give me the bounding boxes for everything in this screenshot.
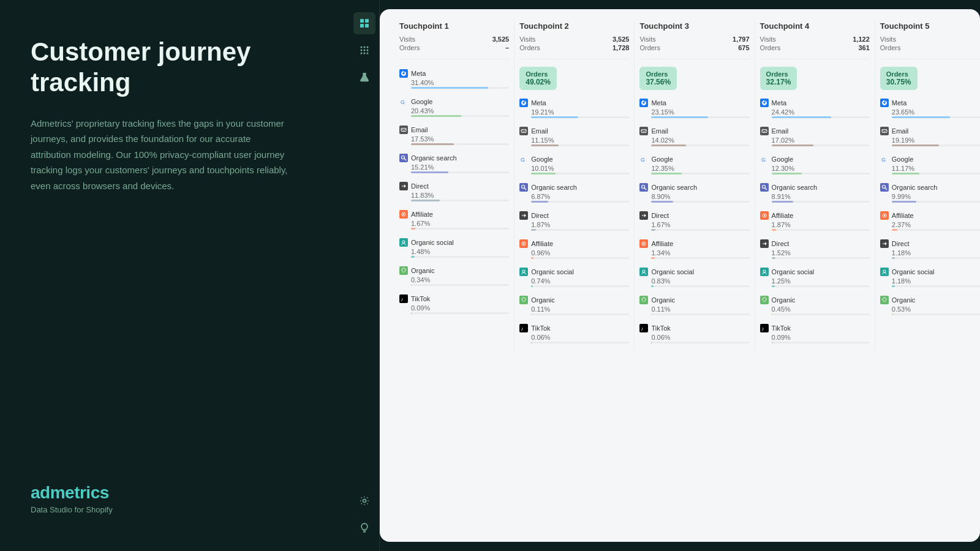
- channel-name: Organic: [411, 267, 435, 274]
- tp-visits-label: Visits: [519, 36, 535, 43]
- channel-item: Organic search 9.99%: [880, 181, 980, 205]
- channel-bar: [772, 144, 813, 146]
- channel-bar: [772, 313, 773, 315]
- channel-pct: 1.67%: [399, 220, 509, 227]
- channel-icon-direct: [519, 211, 528, 220]
- channel-pct: 0.45%: [760, 305, 870, 313]
- channel-pct: 0.96%: [519, 249, 629, 257]
- channel-bar-wrap: [411, 143, 509, 145]
- channel-icon-tiktok: ♪: [519, 324, 528, 332]
- channel-bar-wrap: [772, 144, 870, 146]
- channel-bar: [411, 200, 440, 201]
- channel-icon-affiliate: [519, 239, 528, 248]
- channels-list-1: Meta 31.40% G Google 20.43%: [399, 67, 509, 317]
- tp-visits-value: 3,525: [492, 36, 510, 43]
- channel-item: G Google 20.43%: [399, 95, 509, 119]
- channel-pct: 1.18%: [880, 249, 980, 257]
- channel-icon-meta: [639, 99, 648, 107]
- channel-bar: [651, 173, 681, 174]
- channel-bar: [892, 144, 939, 146]
- svg-point-11: [363, 53, 365, 54]
- channel-item: Email 19.19%: [880, 124, 980, 149]
- channel-bar: [772, 229, 776, 231]
- dashboard-inner[interactable]: Touchpoint 1 Visits 3,525 Orders – Meta …: [380, 9, 980, 542]
- orders-badge-pct: 30.75%: [886, 78, 911, 86]
- tp-visits-value: 1,122: [853, 36, 870, 43]
- channel-item: Meta 23.15%: [639, 96, 749, 121]
- channel-pct: 12.35%: [639, 165, 749, 172]
- channel-icon-organic: [880, 296, 889, 304]
- tp-orders-label: Orders: [519, 44, 540, 51]
- touchpoints-container: Touchpoint 1 Visits 3,525 Orders – Meta …: [394, 21, 980, 350]
- brand-sub: Data Studio for Shopify: [31, 505, 318, 514]
- channel-item: Email 17.02%: [760, 124, 870, 149]
- channel-pct: 0.06%: [639, 334, 749, 341]
- grid-icon[interactable]: [353, 12, 375, 34]
- channel-bar-wrap: [772, 285, 870, 287]
- channel-bar-wrap: [651, 313, 749, 315]
- channel-bar: [892, 285, 895, 287]
- tp-orders-value: 1,728: [612, 44, 630, 51]
- tp-header-3: Touchpoint 3 Visits 1,797 Orders 675: [639, 21, 749, 59]
- channel-item: Meta 24.42%: [760, 96, 870, 121]
- channel-item: Affiliate 2.37%: [880, 209, 980, 233]
- channel-pct: 8.90%: [639, 193, 749, 200]
- channel-bar-wrap: [531, 116, 629, 118]
- channel-icon-google: G: [519, 155, 528, 163]
- channel-pct: 12.30%: [760, 165, 870, 172]
- channel-icon-affiliate: [760, 211, 769, 220]
- channel-icon-organic-search: [639, 183, 648, 192]
- channel-name: Direct: [411, 182, 429, 190]
- touchpoint-col-2: Touchpoint 2 Visits 3,525 Orders 1,728 O…: [514, 21, 635, 350]
- channel-pct: 15.21%: [399, 163, 509, 171]
- flask-icon[interactable]: [353, 66, 375, 88]
- channel-icon-direct: [760, 239, 769, 248]
- svg-rect-0: [360, 19, 364, 23]
- channel-pct: 0.09%: [760, 334, 870, 341]
- apps-icon[interactable]: [353, 39, 375, 61]
- channel-name: Email: [651, 127, 668, 135]
- settings-icon[interactable]: [353, 490, 375, 512]
- svg-point-10: [360, 53, 362, 54]
- channel-item: Email 17.53%: [399, 123, 509, 148]
- channel-pct: 24.42%: [760, 108, 870, 116]
- channel-icon-organic-search: [399, 154, 408, 162]
- channel-name: Organic: [892, 296, 916, 304]
- svg-point-16: [402, 156, 405, 159]
- channel-icon-email: [760, 127, 769, 135]
- svg-point-12: [366, 53, 368, 54]
- channel-pct: 17.02%: [760, 137, 870, 144]
- channel-icon-direct: [639, 211, 648, 220]
- channel-bar-wrap: [531, 342, 629, 343]
- bulb-icon[interactable]: [353, 517, 375, 539]
- channel-bar-wrap: [772, 173, 870, 174]
- brand-area: admetrics Data Studio for Shopify: [31, 483, 318, 514]
- channel-icon-meta: [519, 99, 528, 107]
- channel-bar: [411, 115, 461, 117]
- channel-name: Email: [531, 127, 548, 135]
- channel-item: ♪ TikTok 0.09%: [760, 321, 870, 346]
- tp-orders-row: Orders: [880, 44, 980, 51]
- channel-bar: [772, 257, 775, 259]
- orders-badge-label: Orders: [886, 70, 911, 78]
- tp-header-4: Touchpoint 4 Visits 1,122 Orders 361: [760, 21, 870, 59]
- channel-pct: 1.87%: [519, 221, 629, 228]
- channel-pct: 6.87%: [519, 193, 629, 200]
- tp-title-4: Touchpoint 4: [760, 21, 870, 31]
- svg-point-8: [363, 50, 365, 51]
- channel-bar-wrap: [892, 116, 980, 118]
- channels-list-3: Meta 23.15% Email 14.02%: [639, 96, 749, 346]
- channel-name: Direct: [651, 212, 669, 219]
- orders-badge-pct: 37.56%: [646, 78, 671, 86]
- tp-orders-row: Orders 361: [760, 44, 870, 51]
- channel-pct: 9.99%: [880, 193, 980, 200]
- channel-icon-direct: [880, 239, 889, 248]
- channel-icon-organic: [639, 296, 648, 304]
- orders-badge-pct: 49.02%: [526, 78, 551, 86]
- tp-orders-row: Orders –: [399, 44, 509, 51]
- channel-item: Email 11.15%: [519, 124, 629, 149]
- channel-icon-tiktok: ♪: [399, 294, 408, 303]
- svg-rect-3: [365, 24, 369, 28]
- channel-pct: 23.65%: [880, 108, 980, 116]
- tp-orders-value: –: [505, 44, 509, 51]
